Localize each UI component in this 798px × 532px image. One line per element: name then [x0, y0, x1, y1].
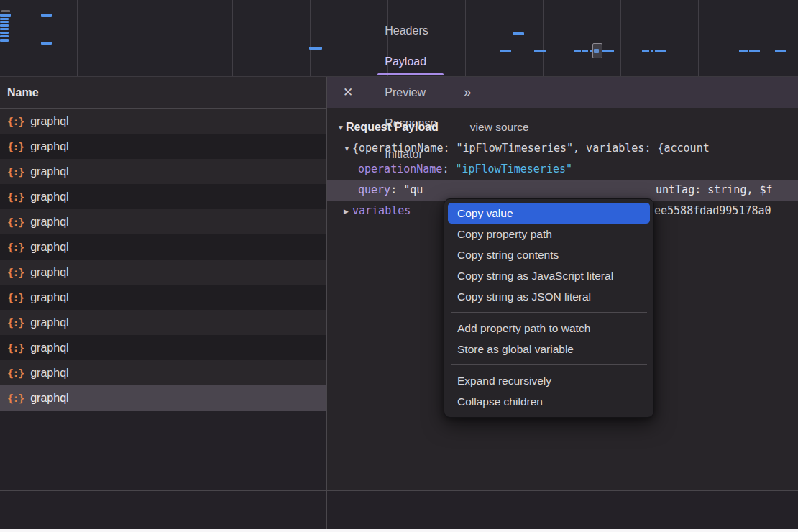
timeline-request-bar — [739, 50, 748, 52]
request-row[interactable]: {:}graphql — [0, 360, 326, 385]
tab-preview[interactable]: Preview — [382, 77, 439, 108]
request-row[interactable]: {:}graphql — [0, 109, 326, 134]
timeline-request-bar — [651, 50, 653, 52]
menu-separator — [451, 312, 647, 313]
timeline-request-bar — [574, 50, 581, 52]
timeline-request-bar — [0, 39, 9, 42]
timeline-request-bar — [0, 14, 11, 17]
timeline-request-bar — [642, 50, 649, 52]
timeline-request-bar — [513, 32, 524, 35]
panel-split-divider[interactable] — [326, 77, 327, 529]
json-preview-line[interactable]: ▼{operationName: "ipFlowTimeseries", var… — [327, 138, 798, 159]
timeline-request-bar — [0, 18, 9, 20]
context-menu: Copy valueCopy property pathCopy string … — [444, 198, 654, 418]
json-braces-icon: {:} — [7, 166, 24, 178]
request-name-label: graphql — [30, 291, 68, 304]
footer-empty-area — [0, 491, 798, 529]
request-name-label: graphql — [30, 341, 68, 354]
view-source-link[interactable]: view source — [470, 121, 529, 134]
request-name-label: graphql — [30, 316, 68, 329]
request-payload-section-header[interactable]: ▼ Request Payload view source — [337, 121, 798, 134]
close-icon[interactable]: ✕ — [343, 85, 353, 100]
request-name-label: graphql — [30, 266, 68, 279]
request-name-label: graphql — [30, 140, 68, 153]
timeline-request-bar — [41, 42, 52, 45]
request-rows: {:}graphql{:}graphql{:}graphql{:}graphql… — [0, 109, 326, 411]
request-row[interactable]: {:}graphql — [0, 134, 326, 159]
menu-item-copy-string-as-javascript-literal[interactable]: Copy string as JavaScript literal — [448, 265, 650, 286]
request-row[interactable]: {:}graphql — [0, 159, 326, 184]
menu-item-collapse-children[interactable]: Collapse children — [448, 391, 650, 412]
request-list-panel: Name {:}graphql{:}graphql{:}graphql{:}gr… — [0, 77, 326, 490]
json-braces-icon: {:} — [7, 267, 24, 278]
collapse-triangle-icon: ▼ — [337, 124, 344, 132]
timeline-request-bar — [534, 50, 546, 52]
json-preview-text: {operationName: "ipFlowTimeseries", vari… — [352, 142, 710, 155]
menu-item-copy-property-path[interactable]: Copy property path — [448, 224, 650, 244]
request-name-label: graphql — [30, 367, 68, 380]
request-row[interactable]: {:}graphql — [0, 385, 326, 411]
timeline-request-bar — [1, 10, 10, 12]
page-bottom-strip — [0, 529, 798, 532]
devtools-network-panel: Name {:}graphql{:}graphql{:}graphql{:}gr… — [0, 0, 798, 532]
more-tabs-icon[interactable]: » — [464, 85, 469, 100]
property-value-right: ee5588fdad995178a0 — [654, 201, 771, 221]
json-braces-icon: {:} — [7, 216, 24, 228]
timeline-request-bar — [500, 50, 511, 52]
request-row[interactable]: {:}graphql — [0, 234, 326, 260]
timeline-request-bar — [41, 14, 52, 17]
panels: Name {:}graphql{:}graphql{:}graphql{:}gr… — [0, 77, 798, 490]
name-column-header[interactable]: Name — [0, 77, 326, 109]
collapsed-triangle-icon[interactable]: ▶ — [344, 201, 352, 221]
timeline-request-bar — [590, 50, 592, 52]
json-braces-icon: {:} — [7, 242, 24, 253]
request-name-label: graphql — [30, 216, 68, 229]
json-braces-icon: {:} — [7, 393, 24, 404]
json-braces-icon: {:} — [7, 292, 24, 303]
property-key: query — [358, 183, 390, 196]
json-braces-icon: {:} — [7, 116, 24, 127]
json-row-operation-name[interactable]: operationName: "ipFlowTimeseries" — [327, 159, 798, 180]
request-row[interactable]: {:}graphql — [0, 310, 326, 335]
timeline-request-bar — [0, 32, 9, 34]
menu-item-expand-recursively[interactable]: Expand recursively — [448, 370, 650, 391]
name-column-label: Name — [7, 86, 39, 99]
property-key: variables — [352, 204, 411, 217]
request-name-label: graphql — [30, 191, 68, 203]
json-braces-icon: {:} — [7, 317, 24, 329]
request-name-label: graphql — [30, 392, 68, 405]
menu-item-store-as-global-variable[interactable]: Store as global variable — [448, 339, 650, 359]
timeline-request-bar — [582, 50, 588, 52]
detail-tabbar: ✕ HeadersPayloadPreviewResponseInitiator… — [327, 77, 798, 108]
timeline-request-bar — [0, 21, 9, 23]
menu-item-add-property-path-to-watch[interactable]: Add property path to watch — [448, 318, 650, 339]
overview-selection-marker — [592, 43, 602, 58]
json-row-query[interactable]: query: "qu untTag: string, $f — [327, 180, 798, 201]
timeline-request-bar — [602, 50, 614, 52]
property-value-right: untTag: string, $f — [656, 180, 773, 201]
request-row[interactable]: {:}graphql — [0, 335, 326, 360]
request-row[interactable]: {:}graphql — [0, 285, 326, 310]
section-title: Request Payload — [346, 121, 439, 134]
request-name-label: graphql — [30, 165, 68, 178]
menu-item-copy-string-as-json-literal[interactable]: Copy string as JSON literal — [448, 286, 650, 307]
request-row[interactable]: {:}graphql — [0, 184, 326, 209]
request-row[interactable]: {:}graphql — [0, 260, 326, 285]
menu-item-copy-string-contents[interactable]: Copy string contents — [448, 244, 650, 265]
json-braces-icon: {:} — [7, 141, 24, 152]
timeline-request-bar — [655, 50, 666, 52]
menu-separator — [451, 364, 647, 365]
request-name-label: graphql — [30, 241, 68, 254]
json-braces-icon: {:} — [7, 342, 24, 354]
tab-payload[interactable]: Payload — [382, 46, 439, 77]
tab-headers[interactable]: Headers — [382, 15, 439, 46]
property-key: operationName — [358, 162, 442, 175]
timeline-request-bar — [0, 28, 9, 30]
timeline-request-bar — [749, 50, 760, 52]
request-row[interactable]: {:}graphql — [0, 209, 326, 234]
timeline-request-bar — [0, 24, 9, 27]
menu-item-copy-value[interactable]: Copy value — [448, 203, 650, 224]
request-name-label: graphql — [30, 115, 68, 128]
timeline-request-bar — [0, 35, 9, 37]
colon: : — [442, 162, 455, 175]
